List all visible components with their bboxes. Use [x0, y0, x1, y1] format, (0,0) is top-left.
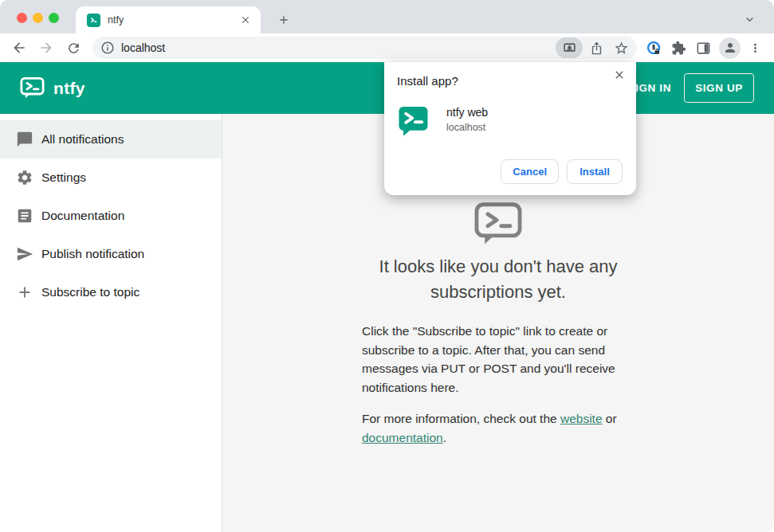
documentation-link[interactable]: documentation [362, 431, 443, 444]
profile-avatar-icon[interactable] [719, 37, 741, 59]
tab-close-icon[interactable] [238, 13, 253, 27]
dialog-close-icon[interactable] [611, 66, 628, 84]
sidebar-item-all-notifications[interactable]: All notifications [0, 120, 222, 158]
sidebar-item-documentation[interactable]: Documentation [0, 197, 222, 235]
gear-icon [16, 169, 33, 186]
chat-icon [16, 131, 33, 148]
install-app-icon[interactable] [556, 37, 583, 58]
sidebar-item-label: Subscribe to topic [41, 285, 139, 299]
share-icon[interactable] [585, 37, 607, 58]
forward-icon[interactable] [36, 37, 57, 58]
ntfy-app-icon [397, 104, 430, 138]
dialog-title: Install app? [397, 74, 458, 88]
window-zoom-button[interactable] [49, 13, 59, 23]
privacy-extension-icon[interactable] [645, 39, 663, 57]
cancel-button[interactable]: Cancel [501, 159, 559, 184]
send-icon [16, 245, 33, 263]
new-tab-button[interactable] [273, 10, 294, 30]
reload-icon[interactable] [63, 37, 84, 58]
ntfy-empty-state-logo-icon [473, 201, 523, 246]
empty-state-paragraph: Click the "Subscribe to topic" link to c… [362, 322, 635, 397]
back-icon[interactable] [9, 37, 29, 58]
paragraph2-prefix: For more information, check out the [362, 412, 560, 425]
sidebar-item-settings[interactable]: Settings [0, 158, 222, 197]
sidebar-item-subscribe-to-topic[interactable]: Subscribe to topic [0, 273, 222, 311]
tab-title: ntfy [108, 14, 238, 25]
sidebar-item-label: Publish notification [41, 247, 144, 261]
install-app-dialog: Install app? ntfy web localhost Cancel I… [384, 62, 636, 195]
empty-state-title: It looks like you don't have any subscri… [331, 254, 666, 305]
browser-tab[interactable]: ntfy [76, 6, 261, 33]
plus-icon [16, 284, 33, 301]
article-icon [16, 207, 33, 225]
tab-strip: ntfy [0, 0, 774, 33]
bookmark-star-icon[interactable] [610, 37, 632, 58]
sidebar-item-label: Settings [41, 170, 86, 185]
browser-window: ntfy localhost [0, 0, 774, 532]
address-bar[interactable]: localhost [92, 37, 637, 59]
extensions-area [645, 37, 766, 59]
side-panel-icon[interactable] [694, 39, 713, 57]
browser-menu-icon[interactable] [747, 38, 763, 57]
website-link[interactable]: website [560, 412, 603, 425]
sidebar-item-label: Documentation [41, 209, 124, 223]
dialog-app-origin: localhost [446, 122, 485, 133]
site-info-icon[interactable] [100, 41, 115, 55]
dialog-app-name: ntfy web [446, 106, 488, 119]
install-button[interactable]: Install [567, 159, 623, 184]
sidebar-item-publish-notification[interactable]: Publish notification [0, 235, 222, 273]
window-close-button[interactable] [17, 13, 27, 23]
paragraph2-middle: or [603, 412, 617, 425]
brand-name: ntfy [53, 79, 85, 98]
paragraph2-suffix: . [443, 431, 446, 444]
sidebar: All notifications Settings Documentation… [0, 114, 222, 532]
empty-state-links-paragraph: For more information, check out the webs… [362, 409, 635, 447]
url-text: localhost [121, 41, 556, 54]
tab-search-chevron-icon[interactable] [741, 10, 758, 28]
browser-toolbar: localhost [0, 33, 774, 62]
extensions-puzzle-icon[interactable] [670, 39, 688, 57]
window-minimize-button[interactable] [33, 13, 43, 23]
sign-up-button[interactable]: SIGN UP [684, 73, 754, 103]
sidebar-item-label: All notifications [41, 132, 124, 147]
ntfy-favicon-icon [87, 14, 100, 27]
ntfy-logo-icon [20, 76, 45, 100]
